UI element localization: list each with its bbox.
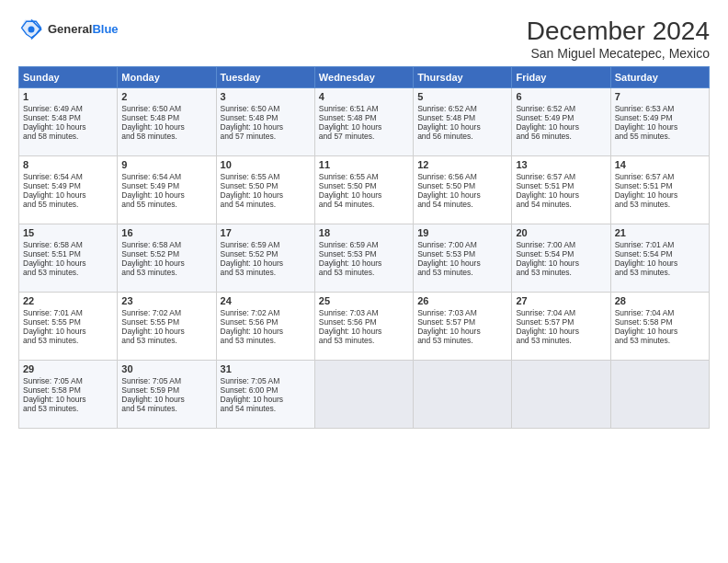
cell-line: and 53 minutes. xyxy=(221,336,311,345)
cell-line: Sunset: 5:53 PM xyxy=(319,249,409,259)
cell-line: Sunrise: 6:56 AM xyxy=(417,172,507,181)
cell-line: Sunrise: 6:58 AM xyxy=(121,240,211,249)
cell-line: and 53 minutes. xyxy=(221,268,311,277)
cell-line: Sunrise: 6:49 AM xyxy=(23,104,113,113)
cell-line: Sunrise: 7:01 AM xyxy=(615,240,705,249)
calendar-cell: 2Sunrise: 6:50 AMSunset: 5:48 PMDaylight… xyxy=(118,88,216,156)
calendar-cell: 12Sunrise: 6:56 AMSunset: 5:50 PMDayligh… xyxy=(414,156,512,224)
cell-line: Sunrise: 6:54 AM xyxy=(121,172,211,181)
day-number: 28 xyxy=(615,295,705,306)
calendar-cell: 4Sunrise: 6:51 AMSunset: 5:48 PMDaylight… xyxy=(314,88,413,156)
cell-line: and 53 minutes. xyxy=(121,268,211,277)
cell-line: and 53 minutes. xyxy=(516,268,606,277)
cell-line: Daylight: 10 hours xyxy=(615,259,705,268)
day-number: 29 xyxy=(23,363,113,374)
calendar-cell: 26Sunrise: 7:03 AMSunset: 5:57 PMDayligh… xyxy=(414,293,512,361)
day-number: 13 xyxy=(516,159,606,170)
day-number: 26 xyxy=(417,295,507,306)
day-number: 30 xyxy=(121,363,211,374)
col-header-wednesday: Wednesday xyxy=(314,67,413,88)
cell-line: Sunset: 5:57 PM xyxy=(516,317,606,327)
cell-line: and 53 minutes. xyxy=(319,336,409,345)
svg-point-3 xyxy=(28,27,35,33)
cell-line: and 53 minutes. xyxy=(23,404,113,413)
calendar-cell: 19Sunrise: 7:00 AMSunset: 5:53 PMDayligh… xyxy=(414,224,512,293)
day-number: 24 xyxy=(221,295,311,306)
cell-line: Sunrise: 7:05 AM xyxy=(23,376,113,385)
cell-line: Daylight: 10 hours xyxy=(516,259,606,268)
calendar-cell: 9Sunrise: 6:54 AMSunset: 5:49 PMDaylight… xyxy=(118,156,216,224)
cell-line: Daylight: 10 hours xyxy=(615,122,705,132)
subtitle: San Miguel Mecatepec, Mexico xyxy=(527,46,710,61)
cell-line: and 54 minutes. xyxy=(319,200,409,209)
day-number: 14 xyxy=(615,159,705,170)
calendar-cell: 10Sunrise: 6:55 AMSunset: 5:50 PMDayligh… xyxy=(216,156,314,224)
cell-line: Sunrise: 7:03 AM xyxy=(319,308,409,317)
calendar-cell: 11Sunrise: 6:55 AMSunset: 5:50 PMDayligh… xyxy=(314,156,413,224)
cell-line: Daylight: 10 hours xyxy=(23,190,113,200)
calendar-cell: 8Sunrise: 6:54 AMSunset: 5:49 PMDaylight… xyxy=(19,156,118,224)
cell-line: Sunrise: 6:51 AM xyxy=(319,104,409,113)
col-header-friday: Friday xyxy=(512,67,610,88)
cell-line: Sunset: 5:49 PM xyxy=(516,113,606,122)
cell-line: Sunrise: 6:50 AM xyxy=(121,104,211,113)
cell-line: Sunset: 5:50 PM xyxy=(417,181,507,190)
calendar-cell: 7Sunrise: 6:53 AMSunset: 5:49 PMDaylight… xyxy=(610,88,709,156)
cell-line: Sunrise: 7:05 AM xyxy=(121,376,211,385)
cell-line: Sunset: 5:49 PM xyxy=(121,181,211,190)
cell-line: Daylight: 10 hours xyxy=(23,259,113,268)
cell-line: and 57 minutes. xyxy=(221,132,311,141)
cell-line: and 54 minutes. xyxy=(121,404,211,413)
cell-line: Sunrise: 7:01 AM xyxy=(23,308,113,317)
calendar-cell: 14Sunrise: 6:57 AMSunset: 5:51 PMDayligh… xyxy=(610,156,709,224)
cell-line: and 53 minutes. xyxy=(615,336,705,345)
day-number: 6 xyxy=(516,91,606,102)
calendar-cell: 30Sunrise: 7:05 AMSunset: 5:59 PMDayligh… xyxy=(118,361,216,429)
cell-line: Sunset: 5:54 PM xyxy=(615,249,705,259)
cell-line: and 58 minutes. xyxy=(23,132,113,141)
calendar-cell: 15Sunrise: 6:58 AMSunset: 5:51 PMDayligh… xyxy=(19,224,118,293)
day-number: 4 xyxy=(319,91,409,102)
calendar-cell xyxy=(314,361,413,429)
cell-line: and 53 minutes. xyxy=(23,336,113,345)
cell-line: Sunset: 5:48 PM xyxy=(23,113,113,122)
cell-line: and 53 minutes. xyxy=(121,336,211,345)
cell-line: Sunrise: 6:59 AM xyxy=(221,240,311,249)
calendar-cell: 16Sunrise: 6:58 AMSunset: 5:52 PMDayligh… xyxy=(118,224,216,293)
header: GeneralBlue December 2024 San Miguel Mec… xyxy=(18,17,710,61)
calendar-cell: 6Sunrise: 6:52 AMSunset: 5:49 PMDaylight… xyxy=(512,88,610,156)
cell-line: Daylight: 10 hours xyxy=(615,327,705,336)
cell-line: Sunrise: 6:53 AM xyxy=(615,104,705,113)
cell-line: Sunset: 5:50 PM xyxy=(319,181,409,190)
cell-line: Daylight: 10 hours xyxy=(516,122,606,132)
day-number: 18 xyxy=(319,227,409,238)
cell-line: Sunrise: 6:58 AM xyxy=(23,240,113,249)
cell-line: Sunset: 5:59 PM xyxy=(121,385,211,395)
cell-line: Sunrise: 6:55 AM xyxy=(221,172,311,181)
cell-line: Sunset: 5:52 PM xyxy=(121,249,211,259)
day-number: 10 xyxy=(221,159,311,170)
cell-line: and 55 minutes. xyxy=(23,200,113,209)
calendar-table: SundayMondayTuesdayWednesdayThursdayFrid… xyxy=(18,66,710,429)
calendar-cell: 29Sunrise: 7:05 AMSunset: 5:58 PMDayligh… xyxy=(19,361,118,429)
cell-line: Sunset: 5:51 PM xyxy=(615,181,705,190)
day-number: 3 xyxy=(221,91,311,102)
calendar-cell: 5Sunrise: 6:52 AMSunset: 5:48 PMDaylight… xyxy=(414,88,512,156)
cell-line: Sunrise: 7:04 AM xyxy=(516,308,606,317)
calendar-cell: 27Sunrise: 7:04 AMSunset: 5:57 PMDayligh… xyxy=(512,293,610,361)
day-number: 16 xyxy=(121,227,211,238)
cell-line: Sunset: 5:56 PM xyxy=(221,317,311,327)
cell-line: Daylight: 10 hours xyxy=(221,327,311,336)
cell-line: Sunrise: 6:52 AM xyxy=(516,104,606,113)
cell-line: Daylight: 10 hours xyxy=(221,122,311,132)
calendar-header-row: SundayMondayTuesdayWednesdayThursdayFrid… xyxy=(19,67,710,88)
cell-line: and 54 minutes. xyxy=(516,200,606,209)
cell-line: Daylight: 10 hours xyxy=(23,395,113,404)
calendar-cell xyxy=(610,361,709,429)
cell-line: Sunset: 5:56 PM xyxy=(319,317,409,327)
day-number: 21 xyxy=(615,227,705,238)
cell-line: Sunset: 5:52 PM xyxy=(221,249,311,259)
cell-line: Daylight: 10 hours xyxy=(417,327,507,336)
cell-line: Daylight: 10 hours xyxy=(319,327,409,336)
col-header-saturday: Saturday xyxy=(610,67,709,88)
